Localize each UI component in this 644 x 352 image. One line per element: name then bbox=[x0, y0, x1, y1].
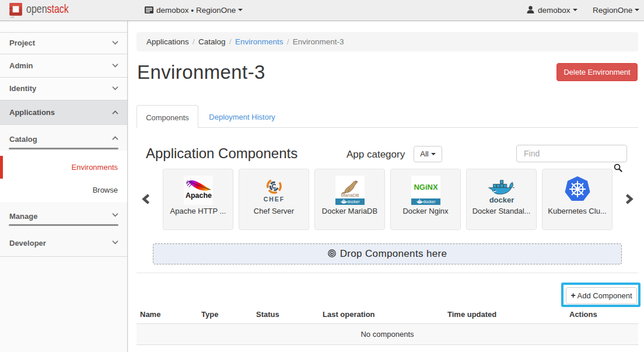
svg-text:MariaDB: MariaDB bbox=[341, 193, 359, 198]
svg-text:docker: docker bbox=[423, 200, 436, 204]
svg-text:Apache: Apache bbox=[186, 191, 212, 200]
svg-text:CHEF: CHEF bbox=[264, 196, 285, 203]
svg-text:docker: docker bbox=[489, 196, 514, 204]
svg-text:NGiNX: NGiNX bbox=[414, 183, 438, 191]
svg-text:docker: docker bbox=[347, 200, 360, 204]
